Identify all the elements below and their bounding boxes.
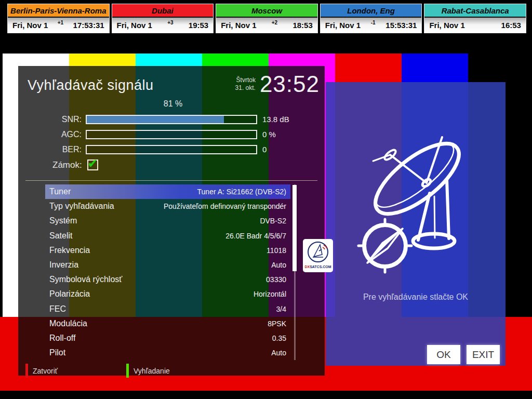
row-label: Systém <box>49 216 77 225</box>
table-row-fec[interactable]: FEC 3/4 <box>45 302 290 316</box>
table-row-modulation[interactable]: Modulácia 8PSK <box>45 316 290 331</box>
table-row-polarization[interactable]: Polarizácia Horizontál <box>45 287 290 301</box>
city-time: Fri, Nov 1 +3 19:53 <box>112 18 214 33</box>
row-value: Tuner A: Si21662 (DVB-S2) <box>197 188 286 196</box>
row-label: Satelit <box>49 231 72 241</box>
city-time: Fri, Nov 1 -1 15:53:31 <box>321 18 422 33</box>
city-time: Fri, Nov 1 16:53 <box>424 18 526 33</box>
page-title: Vyhľadávač signálu <box>28 77 154 94</box>
row-label: Typ vyhľadávania <box>49 202 114 211</box>
clock-column: London, Eng Fri, Nov 1 -1 15:53:31 <box>320 4 422 33</box>
snr-label: SNR: <box>18 115 86 124</box>
row-value: 11018 <box>267 246 286 255</box>
row-label: Polarizácia <box>49 289 90 299</box>
satellite-dish-icon <box>340 129 491 280</box>
row-label: Pilot <box>49 348 65 357</box>
agc-meter-row: AGC: 0 % <box>18 127 325 142</box>
table-row-search-type[interactable]: Typ vyhľadávania Používateľom definovaný… <box>45 199 290 214</box>
lock-checkbox: ✔ <box>87 159 98 170</box>
divider <box>25 180 317 181</box>
ber-meter-row: BER: 0 <box>18 142 325 157</box>
logo-text-dx: DX <box>304 265 310 269</box>
checkmark-icon: ✔ <box>87 160 98 167</box>
table-row-system[interactable]: Systém DVB-S2 <box>45 214 290 228</box>
signal-meters: SNR: 13.8 dB AGC: 0 % BER: 0 <box>18 112 325 157</box>
row-label: Frekvencia <box>49 246 90 255</box>
close-key-hint[interactable]: Zatvoriť <box>25 364 58 378</box>
tz-offset: -1 <box>371 20 376 25</box>
row-value: 03330 <box>266 275 286 284</box>
city-clock: 15:53:31 <box>385 21 417 30</box>
panel-datetime: Štvrtok 31. okt. 23:52 <box>235 71 320 97</box>
city-clock: 18:53 <box>292 21 312 30</box>
lock-status-row: Zámok: ✔ <box>52 159 98 170</box>
red-key-icon <box>25 364 28 378</box>
date-label: 31. okt. <box>235 84 256 92</box>
city-label: Dubai <box>112 4 214 18</box>
scrollbar-thumb[interactable] <box>292 185 297 271</box>
row-label: Tuner <box>49 187 71 196</box>
row-label: Inverzia <box>49 260 78 270</box>
row-value: Používateľom definovaný transpondér <box>164 202 286 210</box>
city-date: Fri, Nov 1 <box>117 21 152 30</box>
agc-bar <box>86 130 257 139</box>
row-value: Auto <box>271 261 286 269</box>
table-row-tuner[interactable]: Tuner Tuner A: Si21662 (DVB-S2) <box>45 184 290 199</box>
tz-offset: +1 <box>58 20 63 25</box>
hint-label: Zatvoriť <box>33 367 58 375</box>
row-value: 3/4 <box>276 305 286 313</box>
ok-button[interactable]: OK <box>427 345 460 364</box>
signal-finder-panel: Vyhľadávač signálu Štvrtok 31. okt. 23:5… <box>18 66 325 376</box>
tv-screen: Berlin-Paris-Vienna-Roma Fri, Nov 1 +1 1… <box>0 0 532 399</box>
snr-value: 13.8 dB <box>257 115 289 124</box>
ber-value: 0 <box>257 145 267 154</box>
snr-bar-fill <box>87 116 224 123</box>
table-row-inversion[interactable]: Inverzia Auto <box>45 258 290 272</box>
snr-bar <box>86 115 257 124</box>
search-side-panel: Pre vyhľadávanie stlačte OK OK EXIT <box>326 82 506 366</box>
city-clock: 17:53:31 <box>73 21 104 30</box>
row-value: Horizontál <box>254 290 286 298</box>
row-value: DVB-S2 <box>260 217 286 225</box>
tz-offset: +2 <box>272 20 277 25</box>
world-clock-bar: Berlin-Paris-Vienna-Roma Fri, Nov 1 +1 1… <box>7 4 526 33</box>
scan-progress-percent: 81 % <box>87 99 259 109</box>
logo-dish-icon <box>306 241 330 264</box>
logo-text-rest: SATCS.COM <box>310 265 331 269</box>
clock-column: Berlin-Paris-Vienna-Roma Fri, Nov 1 +1 1… <box>7 4 110 33</box>
search-key-hint[interactable]: Vyhľadanie <box>126 364 170 378</box>
row-value: Auto <box>271 349 286 357</box>
hint-label: Vyhľadanie <box>134 367 170 375</box>
city-label: London, Eng <box>321 4 422 18</box>
city-date: Fri, Nov 1 <box>12 21 48 30</box>
row-label: FEC <box>49 304 66 314</box>
table-row-pilot[interactable]: Pilot Auto <box>45 345 290 360</box>
green-key-icon <box>126 364 129 378</box>
clock-column: Moscow Fri, Nov 1 +2 18:53 <box>216 4 318 33</box>
city-label: Rabat-Casablanca <box>424 4 526 18</box>
tz-offset: +3 <box>167 20 173 25</box>
tuner-settings-table: Tuner Tuner A: Si21662 (DVB-S2) Typ vyhľ… <box>45 184 290 360</box>
compass-icon <box>358 219 411 272</box>
row-value: 26.0E Badr 4/5/6/7 <box>225 232 286 240</box>
dxsatcs-watermark-logo: DXSATCS.COM <box>303 239 333 272</box>
row-label: Roll-off <box>49 334 75 343</box>
logo-text: DXSATCS.COM <box>304 264 331 269</box>
table-row-symbol-rate[interactable]: Symbolová rýchlosť 03330 <box>45 272 290 287</box>
city-clock: 19:53 <box>189 21 208 30</box>
weekday-label: Štvrtok <box>235 76 256 84</box>
table-row-rolloff[interactable]: Roll-off 0.35 <box>45 331 290 345</box>
ber-bar <box>86 145 257 154</box>
table-row-frequency[interactable]: Frekvencia 11018 <box>45 243 290 258</box>
row-value: 0.35 <box>272 334 286 342</box>
snr-meter-row: SNR: 13.8 dB <box>18 112 325 127</box>
table-row-satellite[interactable]: Satelit 26.0E Badr 4/5/6/7 <box>45 229 290 243</box>
press-ok-hint: Pre vyhľadávanie stlačte OK <box>326 292 506 302</box>
exit-button[interactable]: EXIT <box>467 345 500 364</box>
city-clock: 16:53 <box>501 21 521 30</box>
city-time: Fri, Nov 1 +1 17:53:31 <box>8 18 109 33</box>
agc-label: AGC: <box>18 130 86 139</box>
lock-label: Zámok: <box>52 160 82 170</box>
city-label: Berlin-Paris-Vienna-Roma <box>8 4 109 18</box>
ber-label: BER: <box>18 145 86 154</box>
